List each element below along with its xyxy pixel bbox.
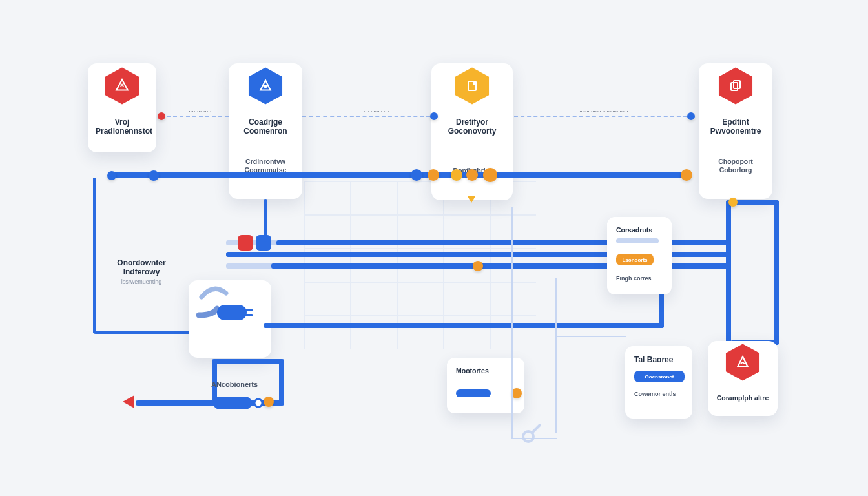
dot	[681, 169, 692, 181]
svg-rect-9	[244, 309, 253, 311]
node2-sub1: Crdinrontvw	[236, 158, 294, 166]
panel-1: Corsadruts Lsonoorts Fingh corres	[607, 217, 672, 294]
chevron-down-icon	[468, 196, 475, 203]
node4-title2: Pwvoonemtre	[707, 127, 765, 136]
node2-title2: Coomenron	[236, 127, 294, 136]
connector-dashed	[167, 116, 229, 118]
node4-sub1: Chopoport	[707, 158, 765, 166]
key-icon	[519, 420, 545, 446]
node3-title1: Dretifyor	[439, 118, 505, 127]
route-right-vert	[726, 200, 731, 345]
route-lower-horz	[212, 359, 284, 364]
route-main-horz1	[264, 323, 664, 328]
node1-title1: Vroj	[96, 118, 149, 127]
hex-icon-docs-red	[716, 66, 756, 106]
node-card-4: Epdtint Pwvoonemtre Chopoport Coborlorg	[699, 63, 772, 199]
route-right-top	[731, 200, 779, 205]
track-row2	[108, 172, 685, 178]
node1-title2: Pradionennstot	[96, 127, 149, 136]
dot	[451, 169, 462, 181]
plug-card	[189, 280, 271, 358]
connector-label: ······· ······· ··········· ······	[530, 108, 678, 115]
panel1-button[interactable]: Lsonoorts	[616, 254, 654, 265]
svg-rect-10	[244, 314, 253, 316]
bottom-label: ANcobionerts	[205, 380, 264, 389]
panel-2: Tal Baoree Ooensronct Cowemor entls	[625, 346, 692, 418]
dot	[473, 261, 483, 271]
dot	[483, 168, 497, 182]
node2-title1: Coadrjge	[236, 118, 294, 127]
dot	[107, 171, 116, 180]
panel3-title: Mootortes	[456, 367, 515, 375]
panel1-foot: Fingh corres	[616, 274, 663, 283]
hex-icon-triangle-blue	[245, 66, 285, 106]
dot	[158, 112, 165, 120]
dot	[428, 169, 439, 181]
node5-label: Coramplph altre	[716, 394, 770, 402]
connector-label: ···· ··· ·····	[173, 108, 227, 115]
arrow-left-icon	[123, 395, 134, 408]
connector-label: ···· ········ ····	[328, 108, 425, 115]
route-left-vert	[93, 178, 96, 333]
node-card-1: Vroj Pradionennstot	[88, 63, 156, 152]
dot	[149, 170, 159, 181]
dot	[466, 169, 478, 181]
bg-connector	[512, 207, 513, 439]
node4-title1: Epdtint	[707, 118, 765, 127]
dot	[687, 112, 695, 120]
track-mid-bot	[271, 264, 659, 269]
connector-dashed	[302, 116, 341, 118]
panel2-button[interactable]: Ooensronct	[634, 371, 685, 382]
bg-connector	[555, 278, 557, 433]
dot	[430, 112, 438, 120]
node-card-2: Coadrjge Coomenron Crdinrontvw Cogrmmuts…	[229, 63, 302, 199]
dot	[728, 198, 738, 207]
node3-title2: Goconovorty	[439, 127, 505, 136]
node-card-5: Coramplph altre	[708, 341, 778, 416]
block-red	[238, 235, 253, 251]
route-far-right-vert	[774, 200, 779, 345]
connector-dashed	[344, 116, 430, 118]
node4-sub2: Coborlorg	[707, 166, 765, 174]
svg-rect-4	[468, 81, 476, 90]
route-vert-lower2	[279, 362, 284, 404]
svg-point-2	[265, 86, 267, 88]
panel-3: Mootortes	[447, 358, 524, 413]
dot	[264, 397, 274, 407]
hex-icon-triangle-red	[723, 342, 763, 382]
hex-icon-a-red	[102, 66, 142, 106]
dot	[411, 169, 422, 181]
connector-vert	[264, 199, 267, 242]
svg-point-12	[254, 399, 262, 407]
route-left-horz	[93, 331, 196, 334]
bg-connector	[512, 438, 557, 439]
svg-rect-11	[213, 397, 252, 409]
panel1-title: Corsadruts	[616, 226, 663, 234]
svg-rect-8	[217, 305, 247, 320]
bg-connector	[555, 336, 626, 337]
connector-dashed	[514, 116, 687, 118]
side-label-left: Onordownter Indferowy lssrwemuenting	[106, 258, 177, 286]
plug-icon	[195, 283, 260, 326]
hex-icon-doc-orange	[452, 66, 492, 106]
panel2-foot: Cowemor entls	[634, 390, 683, 398]
panel2-title: Tal Baoree	[634, 355, 683, 364]
